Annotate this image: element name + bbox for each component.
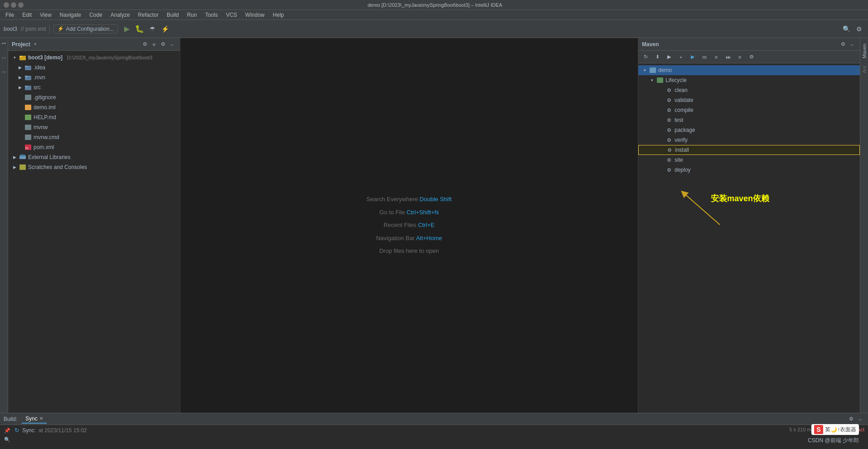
debug-button[interactable]: 🐛 xyxy=(134,24,145,34)
maven-demo-root[interactable]: ▾ demo xyxy=(638,65,860,75)
pin-btn[interactable]: 📌 xyxy=(4,427,11,434)
minimize-panel-btn[interactable]: – xyxy=(168,40,176,48)
maven-download-btn[interactable]: ⬇ xyxy=(652,52,663,63)
filter-btn[interactable]: 🔍 xyxy=(4,436,11,443)
compile-gear-icon: ⚙ xyxy=(665,106,673,114)
tree-src-item[interactable]: ▶ src xyxy=(8,82,180,92)
maven-toggle-btn[interactable]: ≡ xyxy=(711,52,722,63)
bottom-minimize-btn[interactable]: – xyxy=(856,415,864,423)
maven-test[interactable]: ⚙ test xyxy=(638,115,860,125)
maven-toolbar: ↻ ⬇ ▶ + ▶ m ≡ ⏭ ≡ ⚙ xyxy=(638,51,860,63)
tree-mvnwcmd-item[interactable]: mvnw.cmd xyxy=(8,132,180,142)
maven-lifecycle-group[interactable]: ▾ Lifecycle xyxy=(638,75,860,85)
sync-tab[interactable]: Sync ✕ xyxy=(22,415,47,424)
menu-analyze[interactable]: Analyze xyxy=(107,11,134,19)
project-panel: Project ▾ ⚙ ≡ ⚙ – ▾ boot3 [demo] D:\2 xyxy=(8,38,180,413)
tree-root-item[interactable]: ▾ boot3 [demo] D:\2023\_myJava\mySpringB… xyxy=(8,53,180,63)
maven-header-icons: ⚙ – xyxy=(839,40,856,48)
menu-help[interactable]: Help xyxy=(269,11,288,19)
close-button[interactable] xyxy=(18,2,24,8)
maven-collapse-btn[interactable]: ≡ xyxy=(734,52,745,63)
structure-sidebar-toggle[interactable]: 3 xyxy=(0,69,8,76)
svg-rect-12 xyxy=(25,135,31,140)
maven-execute-btn[interactable]: ▶ xyxy=(664,52,675,63)
maven-run-btn[interactable]: ▶ xyxy=(687,52,698,63)
minimize-button[interactable] xyxy=(4,2,9,8)
run-config-selector[interactable]: ⚡ Add Configuration... xyxy=(53,24,118,34)
tree-scratches-item[interactable]: ▶ Scratches and Consoles xyxy=(8,162,180,172)
menu-vcs[interactable]: VCS xyxy=(222,11,241,19)
menu-window[interactable]: Window xyxy=(241,11,268,19)
tree-mvnw-item[interactable]: mvnw xyxy=(8,122,180,132)
verify-spacer xyxy=(658,137,664,143)
sync-tab-close[interactable]: ✕ xyxy=(39,416,43,421)
maven-m-btn[interactable]: m xyxy=(699,52,710,63)
maximize-button[interactable] xyxy=(11,2,16,8)
helpmd-icon xyxy=(24,114,32,121)
tree-iml-item[interactable]: demo.iml xyxy=(8,102,180,112)
tree-mvn-item[interactable]: ▶ .mvn xyxy=(8,72,180,82)
maven-compile[interactable]: ⚙ compile xyxy=(638,105,860,115)
maven-package[interactable]: ⚙ package xyxy=(638,125,860,135)
content-area: 1 2 3 Project ▾ ⚙ ≡ ⚙ – xyxy=(0,38,868,413)
collapse-panel-btn[interactable]: ≡ xyxy=(150,40,158,48)
maven-install[interactable]: ⚙ install xyxy=(638,145,860,155)
maven-validate[interactable]: ⚙ validate xyxy=(638,95,860,105)
menu-run[interactable]: Run xyxy=(183,11,201,19)
maven-verify[interactable]: ⚙ verify xyxy=(638,135,860,145)
tree-extlibs-item[interactable]: ▶ External Libraries xyxy=(8,152,180,162)
bottom-panel: Build: Sync ✕ ⚙ – 📌 🔍 ↻ Sync: at 2023/11… xyxy=(0,413,868,449)
maven-site[interactable]: ⚙ site xyxy=(638,155,860,165)
menu-tools[interactable]: Tools xyxy=(202,11,222,19)
ant-sidebar-label[interactable]: Ant xyxy=(861,62,868,77)
svg-text:m: m xyxy=(25,146,28,150)
hint-search-label: Search Everywhere xyxy=(366,196,420,203)
menu-code[interactable]: Code xyxy=(86,11,106,19)
menu-navigate[interactable]: Navigate xyxy=(56,11,85,19)
toolbar-right: 🔍 ⚙ xyxy=(841,24,864,34)
menu-view[interactable]: View xyxy=(36,11,55,19)
maven-settings-btn[interactable]: ⚙ xyxy=(839,40,847,48)
clean-label: clean xyxy=(675,87,688,93)
menu-build[interactable]: Build xyxy=(163,11,183,19)
maven-skip-btn[interactable]: ⏭ xyxy=(723,52,733,63)
menu-refactor[interactable]: Refactor xyxy=(135,11,162,19)
maven-sidebar-label[interactable]: Maven xyxy=(861,40,868,62)
install-spacer xyxy=(659,147,664,153)
maven-add-btn[interactable]: + xyxy=(675,52,686,63)
clean-gear-icon: ⚙ xyxy=(665,87,673,94)
site-gear-icon: ⚙ xyxy=(665,156,673,164)
gear-panel-btn[interactable]: ⚙ xyxy=(159,40,167,48)
tree-pomxml-item[interactable]: m pom.xml xyxy=(8,142,180,152)
sync-panel-btn[interactable]: ⚙ xyxy=(141,40,149,48)
maven-clean[interactable]: ⚙ clean xyxy=(638,85,860,95)
profile-button[interactable]: ⚡ xyxy=(159,24,170,34)
tree-helpmd-item[interactable]: HELP.md xyxy=(8,112,180,122)
maven-settings2-btn[interactable]: ⚙ xyxy=(746,52,757,63)
compile-label: compile xyxy=(675,107,693,113)
bottom-status-area: 5 s 210 ms Could not find artifact xyxy=(789,427,864,432)
src-expand: ▶ xyxy=(17,85,23,90)
project-dropdown-arrow[interactable]: ▾ xyxy=(34,41,37,47)
extlibs-label: External Libraries xyxy=(28,154,70,160)
run-button[interactable]: ▶ xyxy=(121,24,132,34)
svg-rect-8 xyxy=(25,95,31,100)
menu-edit[interactable]: Edit xyxy=(19,11,35,19)
svg-rect-7 xyxy=(25,86,28,87)
maven-panel-title: Maven xyxy=(642,41,659,48)
maven-minimize-btn[interactable]: – xyxy=(848,40,856,48)
search-everywhere-btn[interactable]: 🔍 xyxy=(841,24,852,34)
project-sidebar-toggle[interactable]: 1 xyxy=(0,40,8,47)
helpmd-spacer xyxy=(17,115,23,120)
coverage-button[interactable]: ☂ xyxy=(147,24,158,34)
tree-idea-item[interactable]: ▶ .idea xyxy=(8,63,180,72)
maven-refresh-btn[interactable]: ↻ xyxy=(640,52,651,63)
error-text: Could not find artifact xyxy=(817,427,864,432)
bottom-settings-btn[interactable]: ⚙ xyxy=(847,415,855,423)
favorites-sidebar-toggle[interactable]: 2 xyxy=(0,54,8,62)
menu-file[interactable]: File xyxy=(2,11,18,19)
tree-gitignore-item[interactable]: .gitignore xyxy=(8,92,180,102)
maven-panel-header: Maven ⚙ – xyxy=(638,38,860,51)
settings-btn[interactable]: ⚙ xyxy=(854,24,864,34)
maven-deploy[interactable]: ⚙ deploy xyxy=(638,165,860,175)
